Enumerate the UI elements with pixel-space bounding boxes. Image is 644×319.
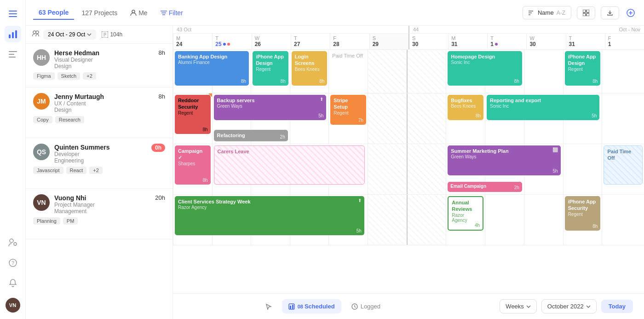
- sidebar-list-icon[interactable]: [5, 46, 21, 63]
- cell-jenny-m24[interactable]: Reddoor Security Regent 8h: [173, 93, 212, 144]
- cell-jenny-f28[interactable]: Stripe Setup Regent 7h: [328, 93, 368, 144]
- event-refactoring[interactable]: Refactoring 2h: [214, 130, 288, 141]
- day-header-s29: S 29: [369, 34, 408, 49]
- tab-projects[interactable]: 127 Projects: [76, 6, 123, 19]
- cell-herse-w30[interactable]: [524, 50, 563, 93]
- header-tabs: 63 People 127 Projects Me Filter: [33, 6, 189, 20]
- event-iphone-app-herse[interactable]: iPhone App Design Regent 8h: [253, 51, 288, 86]
- event-login-screens[interactable]: Login Screens Bees Knees 8h: [292, 51, 328, 86]
- date-range-picker[interactable]: 24 Oct - 29 Oct: [43, 29, 96, 40]
- tab-people[interactable]: 63 People: [33, 6, 74, 20]
- cell-vuong-s29[interactable]: [368, 195, 407, 245]
- cell-jenny-t1[interactable]: Reporting and export Sonic Inc 5h: [485, 93, 524, 144]
- export-button[interactable]: [601, 6, 619, 19]
- cell-quinten-m24[interactable]: Campaign ✓ Sharpes 8h: [173, 144, 212, 194]
- tag-sketch: Sketch: [58, 72, 80, 80]
- cell-vuong-m24[interactable]: Client Services Strategy Week Razor Agen…: [173, 195, 212, 245]
- person-dept-herse: Design: [54, 63, 154, 70]
- sort-button[interactable]: Name A-Z: [523, 6, 571, 19]
- cell-vuong-t31[interactable]: iPhone App Security Regent 8h: [563, 195, 602, 245]
- svg-point-10: [14, 243, 17, 245]
- event-bugfixes[interactable]: Bugfixes Bees Knees 8h: [448, 95, 483, 120]
- person-name-quinten: Quinten Summers: [54, 144, 147, 151]
- cell-jenny-s29[interactable]: [368, 93, 407, 144]
- event-stripe-setup[interactable]: Stripe Setup Regent 7h: [330, 95, 366, 125]
- cell-quinten-f1[interactable]: Paid Time Off: [602, 144, 644, 194]
- cell-jenny-t25[interactable]: Backup servers Green Ways ⬆ 5h Refactori…: [212, 93, 251, 144]
- cell-vuong-t1[interactable]: [485, 195, 524, 245]
- logged-mode-button[interactable]: Logged: [345, 299, 387, 313]
- day-header-t25: T 25: [212, 34, 251, 49]
- cell-jenny-f1[interactable]: [602, 93, 644, 144]
- person-tags-quinten: Javascript React +2: [33, 167, 165, 174]
- cell-vuong-f1[interactable]: [602, 195, 644, 245]
- sidebar-help-icon[interactable]: ?: [5, 255, 21, 271]
- cell-herse-t31[interactable]: iPhone App Design Regent 8h: [563, 50, 602, 93]
- day-header-w26: W 26: [252, 34, 291, 49]
- event-reddoor-security[interactable]: Reddoor Security Regent 8h: [175, 95, 211, 134]
- svg-rect-37: [292, 305, 293, 309]
- add-button[interactable]: [625, 7, 637, 19]
- cell-herse-f1[interactable]: [602, 50, 644, 93]
- tab-me[interactable]: Me: [125, 6, 153, 19]
- cell-herse-w26[interactable]: iPhone App Design Regent 8h: [251, 50, 290, 93]
- cell-vuong-s30[interactable]: [408, 195, 446, 245]
- event-backup-servers[interactable]: Backup servers Green Ways ⬆ 5h: [214, 95, 327, 120]
- cell-herse-f28[interactable]: Paid Time Off: [328, 50, 368, 93]
- cell-herse-t27[interactable]: Login Screens Bees Knees 8h: [290, 50, 329, 93]
- sidebar-avatar-icon[interactable]: VN: [5, 297, 21, 313]
- calendar-row-vuong: Client Services Strategy Week Razor Agen…: [173, 195, 644, 245]
- day-header-t1: T 1: [487, 34, 526, 49]
- event-reporting[interactable]: Reporting and export Sonic Inc 5h: [487, 95, 599, 120]
- event-banking-app[interactable]: Banking App Design Alumni Finance 8h: [175, 51, 249, 86]
- scheduled-mode-button[interactable]: 08Scheduled: [282, 299, 341, 313]
- avatar-herse: HH: [33, 49, 50, 66]
- cell-jenny-s30[interactable]: [408, 93, 446, 144]
- cell-quinten-t31[interactable]: [563, 144, 602, 194]
- event-homepage-design[interactable]: Homepage Design Sonic Inc 8h: [448, 51, 522, 86]
- sidebar: ? VN: [0, 0, 26, 319]
- event-client-services[interactable]: Client Services Strategy Week Razor Agen…: [175, 196, 364, 235]
- cell-herse-m24[interactable]: Banking App Design Alumni Finance 8h: [173, 50, 212, 93]
- svg-rect-24: [583, 13, 586, 16]
- event-iphone-app2[interactable]: iPhone App Design Regent 8h: [565, 51, 601, 86]
- cell-quinten-t25[interactable]: Carers Leave: [212, 144, 251, 194]
- person-name-herse: Herse Hedman: [54, 49, 154, 57]
- event-paid-time-off-quinten[interactable]: Paid Time Off: [604, 145, 643, 185]
- month-select-button[interactable]: October 2022: [541, 299, 597, 313]
- sidebar-people-settings-icon[interactable]: [5, 234, 21, 251]
- calendar-row-herse: Banking App Design Alumni Finance 8h iPh…: [173, 50, 644, 93]
- sidebar-bell-icon[interactable]: [5, 275, 21, 291]
- cell-jenny-m31[interactable]: Bugfixes Bees Knees 8h: [446, 93, 485, 144]
- cell-quinten-m31[interactable]: Summer Marketing Plan Green Ways ⬜ 5h Em…: [446, 144, 485, 194]
- event-annual-reviews[interactable]: Annual Reviews Razor Agency 4h: [448, 196, 483, 231]
- event-iphone-app-security[interactable]: iPhone App Security Regent 8h: [565, 196, 601, 231]
- avatar-vuong: VN: [33, 194, 50, 211]
- today-button[interactable]: Today: [601, 300, 633, 313]
- cell-herse-s29[interactable]: [368, 50, 407, 93]
- event-email-campaign[interactable]: Email Campaign 2h: [448, 182, 522, 192]
- cell-herse-m31[interactable]: Homepage Design Sonic Inc 8h: [446, 50, 485, 93]
- event-summer-marketing[interactable]: Summer Marketing Plan Green Ways ⬜ 5h: [448, 145, 560, 175]
- event-carers-leave[interactable]: Carers Leave: [214, 145, 365, 185]
- cell-vuong-w30[interactable]: [524, 195, 563, 245]
- tag-more-herse: +2: [83, 72, 96, 80]
- svg-rect-0: [9, 11, 17, 12]
- tab-filter[interactable]: Filter: [155, 6, 189, 19]
- sidebar-chart-icon[interactable]: [5, 26, 21, 42]
- sidebar-menu-icon[interactable]: [5, 6, 21, 22]
- tag-copy: Copy: [33, 116, 52, 123]
- event-campaign-sharpes[interactable]: Campaign ✓ Sharpes 8h: [175, 145, 211, 185]
- paid-time-off-herse: Paid Time Off: [330, 51, 366, 60]
- cell-vuong-m31[interactable]: Annual Reviews Razor Agency 4h: [446, 195, 485, 245]
- cell-quinten-s29[interactable]: [368, 144, 407, 194]
- view-toggle-button[interactable]: [577, 6, 595, 19]
- svg-rect-5: [15, 30, 17, 38]
- cursor-mode-button[interactable]: [259, 300, 278, 313]
- cell-herse-s30[interactable]: [408, 50, 446, 93]
- person-hours-quinten: 0h: [151, 144, 165, 152]
- person-row-vuong: VN Vuong Nhi Project Manager Management …: [26, 189, 172, 239]
- cell-quinten-s30[interactable]: [408, 144, 446, 194]
- calendar-row-jenny: Reddoor Security Regent 8h Backup server…: [173, 93, 644, 144]
- weeks-select-button[interactable]: Weeks: [500, 299, 537, 313]
